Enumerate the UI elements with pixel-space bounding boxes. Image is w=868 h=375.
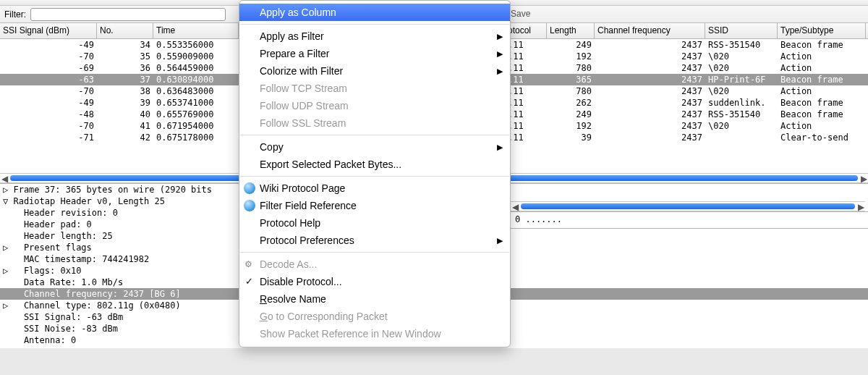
- table-cell: 0.564459000: [153, 62, 239, 74]
- menu-item[interactable]: Prepare a Filter: [239, 45, 510, 62]
- filter-input[interactable]: [30, 8, 226, 21]
- table-cell: .11: [505, 109, 547, 120]
- menu-item-label: Follow TCP Stream: [260, 83, 347, 94]
- table-cell: .11: [505, 74, 547, 85]
- table-cell: Beacon frame: [778, 74, 866, 85]
- table-cell: .11: [505, 51, 547, 62]
- table-cell: 2437: [595, 62, 705, 74]
- table-cell: Beacon frame: [778, 97, 866, 109]
- context-menu[interactable]: Apply as ColumnApply as FilterPrepare a …: [239, 0, 511, 347]
- column-header[interactable]: Length: [547, 23, 595, 38]
- menu-item-label: Protocol Help: [260, 217, 320, 229]
- menu-item-label: Prepare a Filter: [260, 48, 329, 59]
- packet-bytes-hscroll[interactable]: ◀ ▶: [511, 201, 865, 211]
- table-cell: 38: [97, 85, 153, 97]
- table-cell: 249: [547, 39, 595, 51]
- table-cell: 192: [547, 51, 595, 62]
- packet-bytes-pane[interactable]: 0 .......: [511, 211, 868, 229]
- menu-item-label: Follow UDP Stream: [260, 100, 349, 111]
- menu-item-label: Export Selected Packet Bytes...: [260, 159, 401, 170]
- table-cell: Clear-to-send: [778, 132, 866, 143]
- table-cell: 780: [547, 85, 595, 97]
- filter-save-button[interactable]: Save: [511, 9, 530, 19]
- column-header[interactable]: SSID: [705, 23, 778, 38]
- column-header[interactable]: Type/Subtype: [778, 23, 866, 38]
- table-cell: -48: [0, 109, 97, 120]
- menu-item-label: Wiki Protocol Page: [260, 182, 345, 194]
- menu-item-label: Decode As...: [260, 258, 317, 270]
- table-cell: RSS-351540: [705, 109, 778, 120]
- table-cell: -69: [0, 62, 97, 74]
- menu-item: Follow TCP Stream: [239, 80, 510, 97]
- table-cell: 41: [97, 120, 153, 132]
- scroll-right-icon[interactable]: ▶: [856, 202, 865, 211]
- table-cell: [705, 132, 778, 143]
- table-cell: Action: [778, 51, 866, 62]
- table-cell: 2437: [595, 132, 705, 143]
- table-cell: Action: [778, 120, 866, 132]
- globe-icon: [244, 182, 255, 194]
- table-cell: 192: [547, 120, 595, 132]
- table-cell: 2437: [595, 97, 705, 109]
- table-cell: 0.655769000: [153, 109, 239, 120]
- column-header[interactable]: Channel frequency: [595, 23, 705, 38]
- table-cell: HP-Print-6F: [705, 74, 778, 85]
- table-cell: 0.559009000: [153, 51, 239, 62]
- menu-item[interactable]: Copy: [239, 138, 510, 156]
- table-cell: 2437: [595, 109, 705, 120]
- column-header[interactable]: otocol: [505, 23, 547, 38]
- table-cell: Beacon frame: [778, 109, 866, 120]
- table-cell: suddenlink.: [705, 97, 778, 109]
- table-cell: 780: [547, 62, 595, 74]
- table-cell: -70: [0, 51, 97, 62]
- menu-item[interactable]: Protocol Help: [239, 214, 510, 232]
- menu-separator: [240, 176, 509, 177]
- menu-item: Follow UDP Stream: [239, 97, 510, 114]
- menu-item[interactable]: Colorize with Filter: [239, 62, 510, 80]
- table-cell: .11: [505, 97, 547, 109]
- table-cell: Action: [778, 85, 866, 97]
- menu-item[interactable]: Protocol Preferences: [239, 232, 510, 249]
- menu-item-label: Apply as Column: [260, 7, 336, 18]
- table-cell: -49: [0, 97, 97, 109]
- packet-bytes-text: 0 .......: [515, 214, 562, 224]
- menu-item[interactable]: Export Selected Packet Bytes...: [239, 156, 510, 173]
- menu-item: ⚙Decode As...: [239, 256, 510, 273]
- menu-item[interactable]: Disable Protocol...: [239, 273, 510, 290]
- table-cell: 365: [547, 74, 595, 85]
- scroll-left-icon[interactable]: ◀: [511, 202, 519, 211]
- table-cell: 36: [97, 62, 153, 74]
- scroll-thumb[interactable]: [521, 203, 855, 209]
- table-cell: -70: [0, 85, 97, 97]
- scroll-left-icon[interactable]: ◀: [0, 174, 9, 182]
- column-header[interactable]: SSI Signal (dBm): [0, 23, 97, 38]
- table-cell: \020: [705, 62, 778, 74]
- table-cell: 39: [97, 97, 153, 109]
- filter-label: Filter:: [0, 9, 30, 20]
- menu-item[interactable]: Wiki Protocol Page: [239, 180, 510, 197]
- table-cell: 0.671954000: [153, 120, 239, 132]
- column-header[interactable]: No.: [97, 23, 153, 38]
- table-cell: 34: [97, 39, 153, 51]
- table-cell: .11: [505, 62, 547, 74]
- menu-item: Go to Corresponding Packet: [239, 308, 510, 325]
- menu-item[interactable]: Filter Field Reference: [239, 197, 510, 214]
- table-cell: -71: [0, 132, 97, 143]
- menu-item-label: Protocol Preferences: [260, 235, 354, 246]
- menu-item[interactable]: Resolve Name: [239, 290, 510, 308]
- menu-item-label: Disable Protocol...: [260, 276, 342, 287]
- table-cell: 2437: [595, 74, 705, 85]
- column-header[interactable]: Time: [153, 23, 239, 38]
- table-cell: \020: [705, 51, 778, 62]
- table-cell: 39: [547, 132, 595, 143]
- scroll-right-icon[interactable]: ▶: [859, 174, 868, 182]
- table-cell: -70: [0, 120, 97, 132]
- table-cell: .11: [505, 39, 547, 51]
- menu-item[interactable]: Apply as Column: [239, 4, 510, 21]
- menu-separator: [240, 252, 509, 253]
- table-cell: .11: [505, 120, 547, 132]
- menu-separator: [240, 135, 509, 135]
- table-cell: 0.653741000: [153, 97, 239, 109]
- menu-item[interactable]: Apply as Filter: [239, 28, 510, 45]
- table-cell: 37: [97, 74, 153, 85]
